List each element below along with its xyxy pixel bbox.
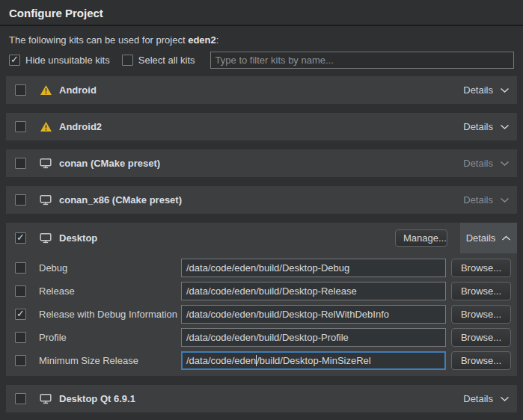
hide-unsuitable-kits-option: Hide unsuitable kits <box>9 55 110 66</box>
browse-button-relwithdebinfo[interactable]: Browse... <box>451 305 511 324</box>
hide-unsuitable-kits-label: Hide unsuitable kits <box>25 55 110 66</box>
details-toggle-android2[interactable]: Details <box>463 121 510 132</box>
config-label: Minimum Size Release <box>39 355 181 366</box>
kit-checkbox-conan-x86[interactable] <box>15 194 26 206</box>
kit-name: conan (CMake preset) <box>59 158 160 169</box>
config-checkbox-relwithdebinfo[interactable] <box>15 309 26 320</box>
config-label: Profile <box>39 332 181 343</box>
build-path-input-release[interactable]: /data/code/eden/build/Desktop-Release <box>181 282 446 300</box>
page-title: Configure Project <box>9 7 514 19</box>
kit-row-conan: conan (CMake preset) Details <box>6 149 517 177</box>
desktop-monitor-icon <box>39 194 52 206</box>
config-label: Release with Debug Information <box>39 309 181 320</box>
details-toggle-desktop-qt-691[interactable]: Details <box>463 393 510 404</box>
config-label: Debug <box>39 262 181 274</box>
chevron-down-icon <box>500 124 510 130</box>
config-row-profile: Profile /data/code/eden/build/Desktop-Pr… <box>15 327 511 347</box>
config-label: Release <box>39 285 181 297</box>
browse-button-minsizerel[interactable]: Browse... <box>451 351 511 370</box>
intro-text: The following kits can be used for proje… <box>9 34 514 46</box>
desktop-monitor-icon <box>39 158 52 169</box>
details-toggle-conan: Details <box>463 158 510 169</box>
kit-name: conan_x86 (CMake preset) <box>59 194 182 206</box>
build-path-input-profile[interactable]: /data/code/eden/build/Desktop-Profile <box>181 328 446 347</box>
project-name: eden2 <box>188 34 216 46</box>
kit-list: Android Details Android2 Details conan (… <box>0 76 523 420</box>
kit-name: Desktop Qt 6.9.1 <box>59 393 135 404</box>
chevron-up-icon <box>501 235 511 241</box>
kit-checkbox-android[interactable] <box>15 84 26 96</box>
details-toggle-desktop[interactable]: Details <box>460 223 517 253</box>
dialog-header: Configure Project <box>0 0 523 26</box>
desktop-monitor-icon <box>39 393 52 404</box>
kit-row-desktop: Desktop Manage... Details <box>6 223 517 253</box>
select-all-kits-option: Select all kits <box>122 55 195 66</box>
kit-filter-input[interactable] <box>210 52 514 69</box>
manage-kits-button[interactable]: Manage... <box>395 229 447 247</box>
kit-section-desktop: Desktop Manage... Details Debug /data/co… <box>6 223 517 376</box>
kit-name: Android <box>59 84 97 96</box>
kit-name: Desktop <box>59 232 97 244</box>
chevron-down-icon <box>500 87 510 93</box>
config-row-minsizerel: Minimum Size Release /data/code/eden/bui… <box>15 350 511 370</box>
kit-checkbox-android2[interactable] <box>15 121 26 132</box>
kit-name: Android2 <box>59 121 102 132</box>
config-row-relwithdebinfo: Release with Debug Information /data/cod… <box>15 304 511 324</box>
config-checkbox-profile[interactable] <box>15 332 26 343</box>
select-all-kits-label: Select all kits <box>138 55 195 66</box>
kit-filter-controls: Hide unsuitable kits Select all kits <box>9 52 514 69</box>
chevron-down-icon <box>500 396 510 402</box>
browse-button-debug[interactable]: Browse... <box>451 259 511 277</box>
desktop-monitor-icon <box>39 232 52 244</box>
details-toggle-conan-x86: Details <box>463 194 510 206</box>
config-checkbox-debug[interactable] <box>15 262 26 274</box>
kit-checkbox-desktop-qt-691[interactable] <box>15 393 26 404</box>
kit-row-android: Android Details <box>6 76 517 104</box>
details-toggle-android[interactable]: Details <box>463 84 510 96</box>
kit-row-conan-x86: conan_x86 (CMake preset) Details <box>6 186 517 214</box>
select-all-kits-checkbox[interactable] <box>122 55 133 66</box>
browse-button-release[interactable]: Browse... <box>451 282 511 300</box>
config-checkbox-minsizerel[interactable] <box>15 355 26 366</box>
kit-checkbox-desktop[interactable] <box>15 232 26 244</box>
config-checkbox-release[interactable] <box>15 285 26 297</box>
warning-icon <box>39 121 52 132</box>
warning-icon <box>39 84 52 96</box>
config-row-debug: Debug /data/code/eden/build/Desktop-Debu… <box>15 258 511 277</box>
build-path-input-relwithdebinfo[interactable]: /data/code/eden/build/Desktop-RelWithDeb… <box>181 305 446 324</box>
build-path-input-debug[interactable]: /data/code/eden/build/Desktop-Debug <box>181 259 446 277</box>
kit-row-desktop-qt-691: Desktop Qt 6.9.1 Details <box>6 385 517 413</box>
chevron-down-icon <box>500 197 510 203</box>
hide-unsuitable-kits-checkbox[interactable] <box>9 55 20 66</box>
browse-button-profile[interactable]: Browse... <box>451 328 511 347</box>
desktop-build-configs: Debug /data/code/eden/build/Desktop-Debu… <box>6 253 517 376</box>
build-path-input-minsizerel[interactable]: /data/code/eden/build/Desktop-MinSizeRel <box>181 351 446 370</box>
filter-wrap <box>210 52 514 69</box>
kit-checkbox-conan[interactable] <box>15 158 26 169</box>
kit-row-android2: Android2 Details <box>6 113 517 140</box>
config-row-release: Release /data/code/eden/build/Desktop-Re… <box>15 281 511 300</box>
chevron-down-icon <box>500 161 510 167</box>
